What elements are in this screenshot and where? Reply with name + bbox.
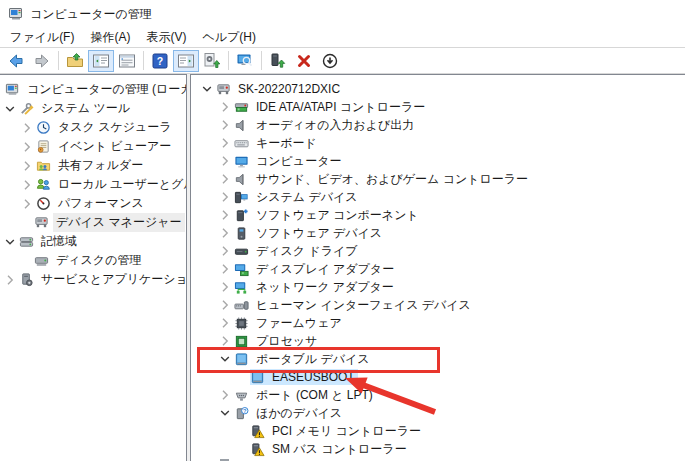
chevron-right-icon[interactable]: [218, 316, 232, 330]
computer-management-window: コンピューターの管理 ファイル(F) 操作(A) 表示(V) ヘルプ(H): [0, 0, 685, 461]
sidebar-item-storage[interactable]: 記憶域: [0, 232, 186, 251]
sidebar-item-system-tools[interactable]: システム ツール: [0, 99, 186, 118]
chevron-right-icon[interactable]: [218, 226, 232, 240]
chevron-right-icon[interactable]: [218, 298, 232, 312]
chevron-down-icon[interactable]: [3, 102, 17, 116]
chevron-down-icon[interactable]: [218, 352, 232, 366]
processor-chip-icon: [234, 334, 249, 349]
tree-item-device-root[interactable]: SK-20220712DXIC: [191, 80, 685, 98]
up-folder-button[interactable]: [62, 50, 88, 72]
disable-device-button[interactable]: [317, 50, 343, 72]
chevron-right-icon[interactable]: [218, 190, 232, 204]
device-tree: SK-20220712DXIC IDE ATA/ATAPI コントローラー オー…: [191, 75, 685, 458]
tree-item-label: プロセッサ: [253, 332, 320, 351]
sidebar-item-performance[interactable]: パフォーマンス: [0, 194, 186, 213]
tree-item-sm-bus-controller[interactable]: SM バス コントローラー: [191, 440, 685, 458]
tree-item-processors[interactable]: プロセッサ: [191, 332, 685, 350]
toolbar-separator: [58, 51, 59, 70]
services-icon: [19, 272, 34, 287]
help-button[interactable]: [147, 50, 173, 72]
chevron-right-icon[interactable]: [20, 197, 34, 211]
chevron-right-icon[interactable]: [20, 178, 34, 192]
chevron-down-icon[interactable]: [200, 82, 214, 96]
tree-item-system-devices[interactable]: システム デバイス: [191, 188, 685, 206]
tree-item-ports-com-lpt[interactable]: ポート (COM と LPT): [191, 386, 685, 404]
tree-item-other-devices[interactable]: ほかのデバイス: [191, 404, 685, 422]
portable-device-icon: [250, 370, 265, 385]
window-title: コンピューターの管理: [30, 6, 152, 23]
sidebar-item-device-manager[interactable]: デバイス マネージャー: [0, 213, 186, 232]
uninstall-device-button[interactable]: [291, 50, 317, 72]
warning-device-icon: [250, 442, 265, 457]
chevron-right-icon[interactable]: [218, 118, 232, 132]
tree-item-software-components[interactable]: ソフトウェア コンポーネント: [191, 206, 685, 224]
storage-icon: [19, 234, 34, 249]
computer-management-icon: [8, 6, 24, 22]
menu-help[interactable]: ヘルプ(H): [194, 27, 264, 48]
sidebar-item-event-viewer[interactable]: イベント ビューアー: [0, 137, 186, 156]
chevron-right-icon[interactable]: [218, 208, 232, 222]
chevron-down-icon[interactable]: [3, 235, 17, 249]
menu-view[interactable]: 表示(V): [138, 27, 194, 48]
tree-item-label: ファームウェア: [253, 314, 345, 333]
chevron-right-icon[interactable]: [3, 273, 17, 287]
sidebar-item-computer-management-root[interactable]: コンピューターの管理 (ローカル): [0, 80, 186, 99]
chevron-right-icon[interactable]: [218, 136, 232, 150]
tree-item-label: ネットワーク アダプター: [253, 278, 397, 297]
sidebar-item-services-apps[interactable]: サービスとアプリケーション: [0, 270, 186, 289]
show-console-tree-button[interactable]: [88, 50, 114, 72]
selected-item-highlight: EASEUSBOOT: [250, 369, 358, 385]
sidebar-item-shared-folders[interactable]: 共有フォルダー: [0, 156, 186, 175]
sidebar-item-label: デバイス マネージャー: [53, 213, 185, 232]
device-update-button[interactable]: [265, 50, 291, 72]
tree-item-easeusboot[interactable]: EASEUSBOOT: [191, 368, 685, 386]
window-right-pane-icon: [177, 52, 195, 70]
console-tree-pane: コンピューターの管理 (ローカル) システム ツール タスク スケジューラ イベ…: [0, 74, 187, 461]
chevron-right-icon[interactable]: [218, 154, 232, 168]
sidebar-item-task-scheduler[interactable]: タスク スケジューラ: [0, 118, 186, 137]
update-driver-button[interactable]: [199, 50, 225, 72]
chevron-right-icon[interactable]: [20, 121, 34, 135]
chevron-right-icon[interactable]: [20, 159, 34, 173]
chevron-right-icon[interactable]: [218, 244, 232, 258]
sidebar-item-label: タスク スケジューラ: [55, 118, 175, 137]
tree-item-pci-memory-controller[interactable]: PCI メモリ コントローラー: [191, 422, 685, 440]
tree-item-display-adapters[interactable]: ディスプレイ アダプター: [191, 260, 685, 278]
tree-item-disk-drives[interactable]: ディスク ドライブ: [191, 242, 685, 260]
tree-item-firmware[interactable]: ファームウェア: [191, 314, 685, 332]
forward-button[interactable]: [29, 50, 55, 72]
chevron-right-icon[interactable]: [218, 388, 232, 402]
chevron-right-icon[interactable]: [20, 140, 34, 154]
tree-item-portable-devices[interactable]: ポータブル デバイス: [191, 350, 685, 368]
tree-item-label: SK-20220712DXIC: [235, 81, 343, 97]
tree-item-sound-video-game[interactable]: サウンド、ビデオ、およびゲーム コントローラー: [191, 170, 685, 188]
chevron-down-icon[interactable]: [218, 406, 232, 420]
tree-item-software-devices[interactable]: ソフトウェア デバイス: [191, 224, 685, 242]
tree-item-audio-io[interactable]: オーディオの入力および出力: [191, 116, 685, 134]
menu-file[interactable]: ファイル(F): [2, 27, 82, 48]
scan-hardware-button[interactable]: [232, 50, 258, 72]
content-area: コンピューターの管理 (ローカル) システム ツール タスク スケジューラ イベ…: [0, 74, 685, 461]
tree-item-network-adapters[interactable]: ネットワーク アダプター: [191, 278, 685, 296]
show-action-pane-button[interactable]: [173, 50, 199, 72]
tree-item-keyboards[interactable]: キーボード: [191, 134, 685, 152]
computer-node-icon: [216, 82, 231, 97]
chevron-right-icon[interactable]: [218, 100, 232, 114]
tree-item-ide-controllers[interactable]: IDE ATA/ATAPI コントローラー: [191, 98, 685, 116]
back-button[interactable]: [3, 50, 29, 72]
sidebar-item-disk-management[interactable]: ディスクの管理: [0, 251, 186, 270]
firmware-chip-icon: [234, 316, 249, 331]
device-tree-pane: SK-20220712DXIC IDE ATA/ATAPI コントローラー オー…: [190, 74, 685, 461]
chevron-right-icon[interactable]: [218, 172, 232, 186]
chevron-right-icon[interactable]: [218, 334, 232, 348]
chevron-right-icon[interactable]: [218, 280, 232, 294]
tree-item-hid-devices[interactable]: ヒューマン インターフェイス デバイス: [191, 296, 685, 314]
sidebar-item-local-users-groups[interactable]: ローカル ユーザーとグループ: [0, 175, 186, 194]
toolbar: [0, 48, 685, 74]
tree-item-label: IDE ATA/ATAPI コントローラー: [253, 98, 428, 117]
tree-item-computers[interactable]: コンピューター: [191, 152, 685, 170]
properties-window-button[interactable]: [114, 50, 140, 72]
console-tree: コンピューターの管理 (ローカル) システム ツール タスク スケジューラ イベ…: [0, 75, 186, 289]
chevron-right-icon[interactable]: [218, 262, 232, 276]
menu-action[interactable]: 操作(A): [82, 27, 138, 48]
